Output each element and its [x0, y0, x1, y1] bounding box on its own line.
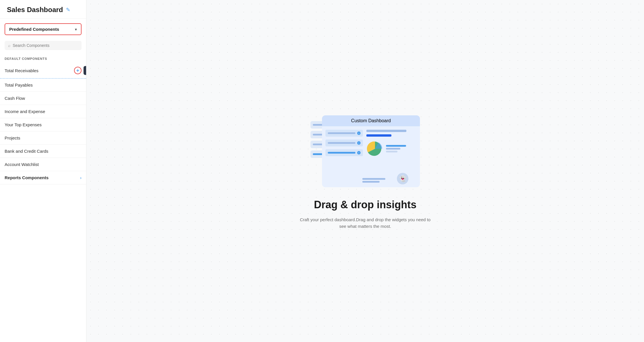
bottom-bars: [362, 178, 385, 183]
panel-row-dot-3: +: [357, 151, 361, 154]
component-selector-dropdown[interactable]: Predefined Components ▾: [5, 23, 82, 35]
sidebar-item-label-projects: Projects: [5, 135, 20, 140]
dashboard-card-body: + + +: [322, 126, 420, 161]
right-panel-bar-2: [366, 134, 391, 137]
chevron-down-icon: ▾: [75, 27, 77, 32]
sidebar-items-list: Total Receivables+Create componentTotal …: [0, 63, 86, 171]
search-input-wrapper: ⌕: [5, 41, 82, 50]
panel-row-bar-1: [328, 132, 355, 134]
app-title: Sales Dashboard: [7, 6, 63, 14]
sidebar-item-label-top-expenses: Your Top Expenses: [5, 122, 41, 127]
panel-row-bar-3: [328, 152, 355, 154]
bottom-bar-2: [362, 181, 380, 183]
chart-area: [366, 140, 416, 157]
dashboard-card-header: Custom Dashboard: [322, 115, 420, 126]
legend-bar-light: [386, 148, 400, 150]
panel-row-2: +: [325, 140, 363, 146]
sidebar-item-label-total-receivables: Total Receivables: [5, 68, 39, 73]
sidebar-item-label-bank-credit: Bank and Credit Cards: [5, 149, 48, 154]
left-panel: + + +: [325, 130, 363, 157]
search-container: ⌕: [0, 39, 86, 54]
chevron-right-icon: ›: [80, 175, 82, 180]
right-panel: [366, 130, 416, 157]
default-components-header: DEFAULT COMPONENTS: [0, 54, 86, 63]
edit-icon[interactable]: ✎: [66, 7, 70, 13]
panel-row-bar-2: [328, 142, 355, 144]
main-content: + + + +: [86, 0, 644, 342]
sidebar-item-cash-flow[interactable]: Cash Flow: [0, 92, 86, 105]
sidebar: Sales Dashboard ✎ Predefined Components …: [0, 0, 86, 342]
component-selector-label: Predefined Components: [9, 27, 59, 32]
sidebar-item-label-cash-flow: Cash Flow: [5, 96, 25, 101]
create-component-tooltip: Create component: [84, 66, 86, 75]
sidebar-item-label-account-watchlist: Account Watchlist: [5, 162, 39, 167]
panel-row-3: +: [325, 149, 363, 156]
sidebar-item-bank-credit[interactable]: Bank and Credit Cards: [0, 145, 86, 158]
center-content: + + + +: [296, 112, 434, 230]
sidebar-item-top-expenses[interactable]: Your Top Expenses: [0, 118, 86, 131]
panel-row-1: +: [325, 130, 363, 137]
pie-chart: [366, 140, 384, 157]
sidebar-item-account-watchlist[interactable]: Account Watchlist: [0, 158, 86, 171]
chart-legend: [386, 145, 406, 152]
reports-components-item[interactable]: Reports Components ›: [0, 171, 86, 184]
panel-row-dot-1: +: [357, 131, 361, 135]
sidebar-item-total-receivables[interactable]: Total Receivables+Create component: [0, 63, 86, 79]
dashboard-card-title: Custom Dashboard: [351, 118, 391, 123]
sidebar-item-label-total-payables: Total Payables: [5, 83, 33, 87]
legend-bar-blue: [386, 145, 406, 147]
ghost-icon: 👻: [397, 173, 408, 184]
reports-components-label: Reports Components: [5, 175, 49, 180]
search-icon: ⌕: [8, 43, 10, 48]
sidebar-item-projects[interactable]: Projects: [0, 131, 86, 145]
bottom-bar-1: [362, 178, 385, 180]
hero-subtitle: Craft your perfect dashboard.Drag and dr…: [296, 217, 434, 230]
panel-row-dot-2: +: [357, 141, 361, 145]
search-input[interactable]: [13, 43, 78, 48]
right-panel-bar-1: [366, 130, 406, 132]
hero-title: Drag & drop insights: [314, 199, 416, 211]
sidebar-item-label-income-expense: Income and Expense: [5, 109, 45, 114]
dashboard-card: Custom Dashboard + +: [322, 115, 420, 187]
legend-bar-faint: [386, 151, 397, 152]
sidebar-item-total-payables[interactable]: Total Payables: [0, 79, 86, 92]
add-button-total-receivables[interactable]: +: [74, 67, 82, 74]
dashboard-illustration: + + + +: [310, 112, 420, 193]
pie-chart-svg: [366, 140, 384, 157]
sidebar-item-income-expense[interactable]: Income and Expense: [0, 105, 86, 118]
sidebar-header: Sales Dashboard ✎: [0, 0, 86, 19]
